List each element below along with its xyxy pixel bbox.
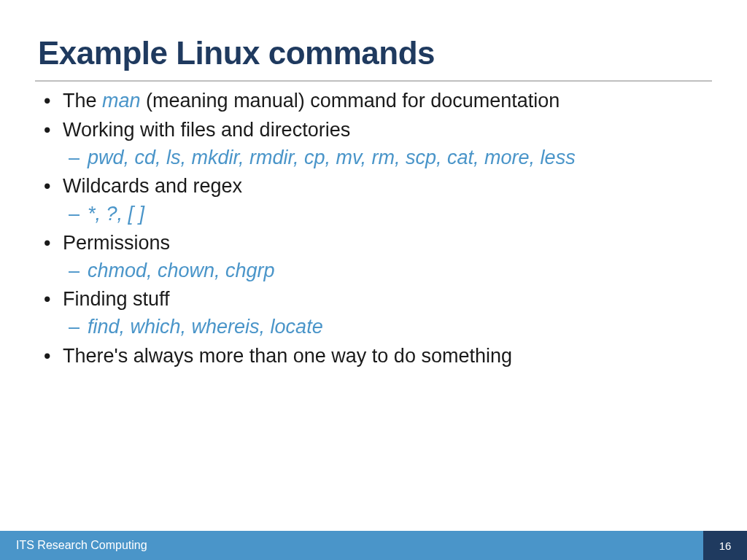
bullet-text: Permissions — [63, 232, 170, 254]
page-number: 16 — [703, 531, 747, 560]
title-divider — [35, 80, 712, 82]
bullet-text: The — [63, 90, 102, 112]
slide: Example Linux commands The man (meaning … — [0, 0, 747, 560]
bullet-text: (meaning manual) command for documentati… — [141, 90, 560, 112]
bullet-item: Finding stuff find, which, whereis, loca… — [38, 287, 709, 340]
bullet-item: Permissions chmod, chown, chgrp — [38, 231, 709, 284]
bullet-text: Wildcards and regex — [63, 175, 242, 197]
footer-label: ITS Research Computing — [0, 539, 147, 552]
bullet-item: Wildcards and regex *, ?, [ ] — [38, 174, 709, 227]
command-emphasis: man — [102, 90, 141, 112]
bullet-text: There's always more than one way to do s… — [63, 345, 512, 367]
sub-bullet-item: find, which, whereis, locate — [63, 315, 709, 340]
bullet-item: Working with files and directories pwd, … — [38, 118, 709, 171]
sub-bullet-item: chmod, chown, chgrp — [63, 259, 709, 284]
slide-title: Example Linux commands — [0, 0, 747, 80]
bullet-item: The man (meaning manual) command for doc… — [38, 89, 709, 114]
slide-content: The man (meaning manual) command for doc… — [0, 89, 747, 369]
bullet-text: Finding stuff — [63, 288, 170, 310]
footer-bar: ITS Research Computing 16 — [0, 531, 747, 560]
bullet-text: Working with files and directories — [63, 119, 350, 141]
sub-bullet-item: pwd, cd, ls, mkdir, rmdir, cp, mv, rm, s… — [63, 146, 709, 171]
sub-bullet-item: *, ?, [ ] — [63, 202, 709, 227]
bullet-item: There's always more than one way to do s… — [38, 344, 709, 369]
